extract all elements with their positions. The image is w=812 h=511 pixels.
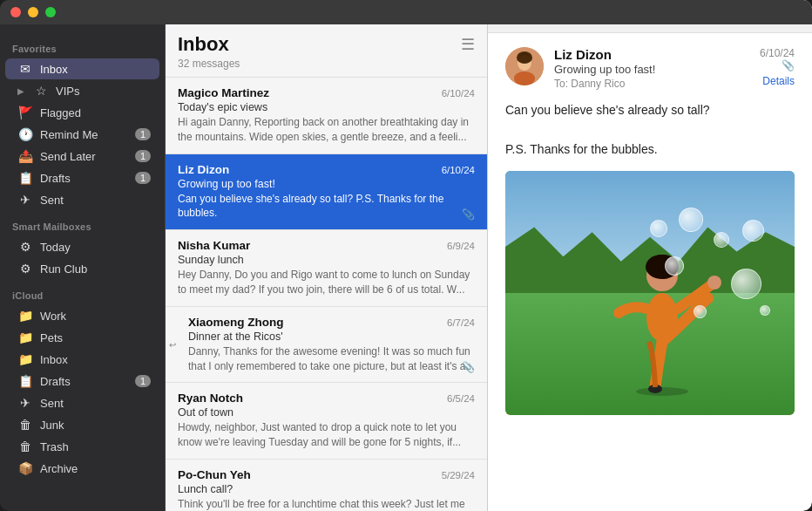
sidebar-item-send-later[interactable]: 📤 Send Later 1 xyxy=(5,146,159,167)
junk-label: Junk xyxy=(40,419,151,432)
message-list: Inbox 32 messages ☰ Magico Martinez 6/10… xyxy=(166,0,488,511)
email-body: Can you believe she's already so tall? P… xyxy=(505,100,795,159)
icloud-label: iCloud xyxy=(0,280,165,304)
msg-date: 6/9/24 xyxy=(447,241,475,251)
messages-scroll: Magico Martinez 6/10/24 Today's epic vie… xyxy=(166,78,487,511)
icloud-sent-label: Sent xyxy=(40,397,151,410)
msg-sender: Po-Chun Yeh xyxy=(178,468,251,481)
svg-point-8 xyxy=(514,72,535,85)
sidebar-item-inbox[interactable]: ✉ Inbox xyxy=(5,58,159,79)
flag-icon: 🚩 xyxy=(17,106,33,119)
sidebar-item-icloud-drafts[interactable]: 📋 Drafts 1 xyxy=(5,371,159,392)
email-date: 6/10/24 xyxy=(760,47,795,59)
pets-label: Pets xyxy=(40,331,151,344)
run-club-icon: ⚙ xyxy=(17,262,33,276)
svg-point-13 xyxy=(707,276,721,290)
run-club-label: Run Club xyxy=(40,262,151,276)
sidebar: Favorites ✉ Inbox ▶ ☆ VIPs 🚩 Flagged 🕐 R… xyxy=(0,0,166,511)
icloud-inbox-label: Inbox xyxy=(40,353,151,366)
icloud-inbox-icon: 📁 xyxy=(17,352,33,366)
detail-content: Liz Dizon Growing up too fast! To: Danny… xyxy=(488,33,812,511)
replied-icon: ↩ xyxy=(169,340,176,350)
email-image-content xyxy=(505,171,795,415)
msg-date: 6/5/24 xyxy=(447,393,475,404)
sidebar-item-icloud-sent[interactable]: ✈ Sent xyxy=(5,392,159,413)
work-folder-icon: 📁 xyxy=(17,309,33,323)
vips-expand-icon: ▶ xyxy=(17,86,24,96)
vips-label: VIPs xyxy=(56,85,151,98)
sent-label: Sent xyxy=(40,194,151,207)
msg-subject: Growing up too fast! xyxy=(178,178,475,190)
sidebar-item-icloud-inbox[interactable]: 📁 Inbox xyxy=(5,349,159,370)
message-item[interactable]: Magico Martinez 6/10/24 Today's epic vie… xyxy=(166,78,487,154)
smart-mailboxes-label: Smart Mailboxes xyxy=(0,211,165,235)
star-icon: ☆ xyxy=(33,84,49,98)
icloud-drafts-icon: 📋 xyxy=(17,374,33,388)
trash-label: Trash xyxy=(40,440,151,453)
msg-subject: Sunday lunch xyxy=(178,254,475,266)
bubble-3 xyxy=(665,256,684,276)
email-sender-name: Liz Dizon xyxy=(554,47,749,62)
minimize-button[interactable] xyxy=(28,7,38,17)
to-label: To: xyxy=(554,78,568,90)
sidebar-item-archive[interactable]: 📦 Archive xyxy=(5,458,159,479)
message-item[interactable]: Ryan Notch 6/5/24 Out of town Howdy, nei… xyxy=(166,383,487,460)
msg-subject: Today's epic views xyxy=(178,101,475,113)
sidebar-item-run-club[interactable]: ⚙ Run Club xyxy=(5,258,159,279)
icloud-drafts-badge: 1 xyxy=(135,375,151,387)
sidebar-item-vips[interactable]: ▶ ☆ VIPs xyxy=(5,80,159,101)
msg-preview: Danny, Thanks for the awesome evening! I… xyxy=(178,344,475,374)
msg-preview: Howdy, neighbor, Just wanted to drop a q… xyxy=(178,420,475,450)
email-to: To: Danny Rico xyxy=(554,78,749,90)
flagged-label: Flagged xyxy=(40,106,151,119)
email-meta: Liz Dizon Growing up too fast! To: Danny… xyxy=(554,47,749,90)
maximize-button[interactable] xyxy=(45,7,56,17)
sidebar-item-work[interactable]: 📁 Work xyxy=(5,305,159,326)
sent-icon: ✈ xyxy=(17,193,33,207)
msg-date: 6/10/24 xyxy=(442,165,475,175)
msg-sender: Liz Dizon xyxy=(178,163,229,176)
avatar xyxy=(505,47,544,85)
titlebar xyxy=(0,0,812,24)
message-item[interactable]: Po-Chun Yeh 5/29/24 Lunch call? Think yo… xyxy=(166,460,487,511)
drafts-icon: 📋 xyxy=(17,171,33,185)
msg-preview: Hi again Danny, Reporting back on anothe… xyxy=(178,115,475,145)
attachment-icon: 📎 xyxy=(462,208,475,221)
junk-icon: 🗑 xyxy=(17,418,33,432)
drafts-label: Drafts xyxy=(40,172,128,185)
message-item[interactable]: ↩ Xiaomeng Zhong 6/7/24 Dinner at the Ri… xyxy=(166,307,487,384)
email-attachment-icon: 📎 xyxy=(782,59,795,72)
filter-icon[interactable]: ☰ xyxy=(461,35,475,54)
msg-sender: Ryan Notch xyxy=(178,392,243,405)
icloud-sent-icon: ✈ xyxy=(17,396,33,410)
detail-pane: ✉ ✏ » xyxy=(488,0,812,511)
message-item-selected[interactable]: Liz Dizon 6/10/24 Growing up too fast! C… xyxy=(166,154,487,231)
message-item[interactable]: Nisha Kumar 6/9/24 Sunday lunch Hey Dann… xyxy=(166,230,487,307)
svg-point-15 xyxy=(701,292,714,304)
archive-icon: 📦 xyxy=(17,461,33,475)
sidebar-item-sent[interactable]: ✈ Sent xyxy=(5,189,159,210)
email-subject-line: Growing up too fast! xyxy=(554,63,749,76)
sidebar-item-pets[interactable]: 📁 Pets xyxy=(5,327,159,348)
sidebar-item-today[interactable]: ⚙ Today xyxy=(5,236,159,257)
sidebar-item-junk[interactable]: 🗑 Junk xyxy=(5,414,159,435)
archive-label: Archive xyxy=(40,462,151,475)
sidebar-item-remind-me[interactable]: 🕐 Remind Me 1 xyxy=(5,124,159,145)
remind-me-label: Remind Me xyxy=(40,128,128,141)
sidebar-item-drafts[interactable]: 📋 Drafts 1 xyxy=(5,167,159,188)
email-body-line2: P.S. Thanks for the bubbles. xyxy=(505,140,795,159)
email-header: Liz Dizon Growing up too fast! To: Danny… xyxy=(505,47,795,90)
app-container: Favorites ✉ Inbox ▶ ☆ VIPs 🚩 Flagged 🕐 R… xyxy=(0,0,812,511)
sidebar-item-flagged[interactable]: 🚩 Flagged xyxy=(5,102,159,123)
send-later-icon: 📤 xyxy=(17,149,33,163)
close-button[interactable] xyxy=(10,7,21,17)
inbox-label: Inbox xyxy=(40,63,151,76)
msg-date: 6/10/24 xyxy=(442,88,475,99)
send-later-label: Send Later xyxy=(40,150,128,163)
message-list-title: Inbox xyxy=(178,33,475,56)
pets-folder-icon: 📁 xyxy=(17,330,33,344)
details-link[interactable]: Details xyxy=(760,75,795,87)
msg-sender: Magico Martinez xyxy=(178,86,269,99)
sidebar-item-trash[interactable]: 🗑 Trash xyxy=(5,436,159,457)
favorites-label: Favorites xyxy=(0,33,165,58)
